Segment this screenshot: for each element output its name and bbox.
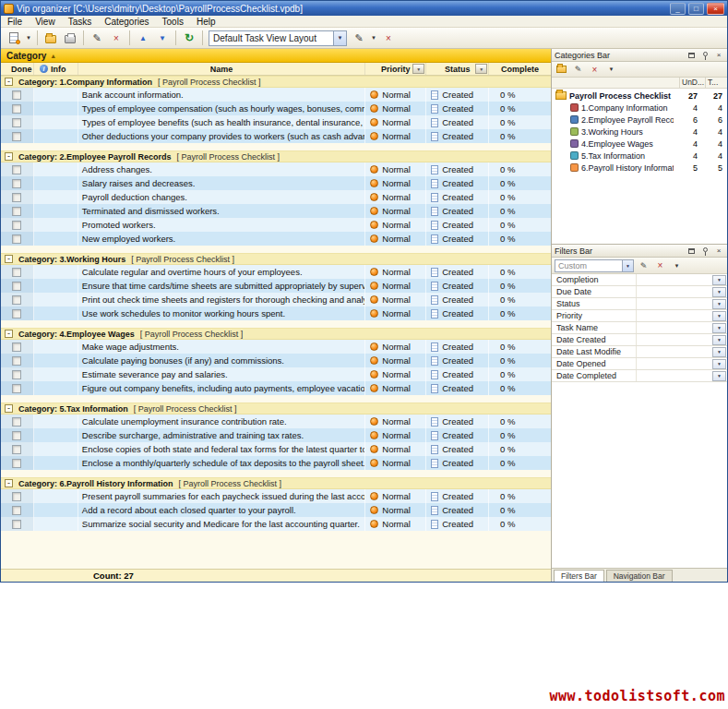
task-name[interactable]: Add a record about each closed quarter t… — [78, 503, 365, 517]
task-name[interactable]: Make wage adjustments. — [78, 340, 365, 354]
priority-filter-button[interactable]: ▼ — [412, 64, 424, 74]
task-name[interactable]: Present payroll summaries for each paych… — [78, 489, 365, 503]
done-checkbox[interactable] — [12, 179, 21, 188]
done-checkbox[interactable] — [12, 221, 21, 230]
print-button[interactable] — [61, 30, 79, 47]
tree-total-column[interactable]: T... — [705, 78, 727, 88]
task-name[interactable]: Enclose copies of both state and federal… — [78, 442, 365, 456]
filter-dropdown-button[interactable]: ▼ — [712, 287, 726, 297]
move-down-button[interactable]: ▼ — [153, 30, 172, 47]
task-name[interactable]: New employed workers. — [78, 232, 365, 246]
done-checkbox[interactable] — [12, 165, 21, 174]
done-checkbox[interactable] — [12, 342, 21, 352]
task-name[interactable]: Enclose a monthly/quarterly schedule of … — [78, 456, 365, 470]
task-name[interactable]: Ensure that time cards/time sheets are s… — [78, 279, 365, 293]
filter-dropdown-button[interactable]: ▼ — [712, 299, 726, 309]
edit-filter-button[interactable]: ✎ — [637, 259, 650, 272]
layout-dropdown[interactable]: ▼ — [369, 30, 378, 47]
done-checkbox[interactable] — [12, 445, 21, 454]
task-row[interactable]: Salary raises and decreases. Normal Crea… — [1, 176, 551, 190]
pin-icon[interactable] — [699, 246, 710, 256]
done-checkbox[interactable] — [12, 268, 21, 277]
task-row[interactable]: Add a record about each closed quarter t… — [1, 503, 551, 517]
close-panel-icon[interactable]: × — [713, 246, 724, 256]
task-row[interactable]: Describe surcharge, administrative and t… — [1, 428, 551, 442]
clear-filter-button[interactable]: × — [653, 259, 667, 272]
group-header[interactable]: - Category: 5.Tax Information [ Payroll … — [1, 403, 551, 415]
done-checkbox[interactable] — [12, 431, 21, 440]
edit-task-button[interactable]: ✎ — [88, 30, 106, 47]
tree-category-item[interactable]: 2.Employee Payroll Records 6 6 — [552, 114, 727, 126]
refresh-button[interactable]: ↻ — [180, 30, 198, 47]
task-row[interactable]: Calculate unemployment insurance contrib… — [1, 415, 551, 428]
pin-icon[interactable] — [699, 50, 710, 60]
task-name[interactable]: Payroll deduction changes. — [78, 190, 365, 204]
undock-icon[interactable] — [686, 246, 697, 256]
panel-tab[interactable]: Filters Bar — [554, 570, 604, 582]
group-header[interactable]: - Category: 4.Employee Wages [ Payroll P… — [1, 328, 551, 340]
new-task-dropdown[interactable]: ▼ — [24, 30, 33, 47]
task-row[interactable]: Types of employee compensation (such as … — [1, 102, 551, 115]
column-header-done[interactable]: Done — [1, 63, 34, 75]
column-header-name[interactable]: Name — [78, 63, 365, 75]
task-name[interactable]: Summarize social security and Medicare f… — [78, 517, 365, 531]
collapse-icon[interactable]: - — [5, 255, 13, 263]
filter-dropdown-button[interactable]: ▼ — [712, 359, 726, 369]
close-panel-icon[interactable]: × — [713, 50, 724, 60]
done-checkbox[interactable] — [12, 506, 21, 515]
collapse-icon[interactable]: - — [5, 78, 13, 86]
close-button[interactable]: × — [707, 3, 724, 15]
tree-category-item[interactable]: 4.Employee Wages 4 4 — [552, 138, 727, 150]
done-checkbox[interactable] — [12, 282, 21, 291]
filters-more-dropdown[interactable]: ▼ — [670, 259, 684, 272]
minimize-button[interactable]: _ — [670, 3, 686, 15]
task-row[interactable]: Types of employee benefits (such as heal… — [1, 115, 551, 129]
task-row[interactable]: Figure out company benefits, including a… — [1, 381, 551, 395]
task-row[interactable]: Make wage adjustments. Normal Created 0 … — [1, 340, 551, 354]
task-row[interactable]: Present payroll summaries for each paych… — [1, 489, 551, 503]
remove-layout-button[interactable]: × — [379, 30, 398, 47]
categories-more-dropdown[interactable]: ▼ — [604, 63, 618, 76]
task-row[interactable]: Estimate severance pay and salaries. Nor… — [1, 367, 551, 381]
task-name[interactable]: Print out check time sheets and register… — [78, 293, 365, 306]
done-checkbox[interactable] — [12, 104, 21, 114]
menu-item[interactable]: Tasks — [62, 16, 99, 27]
done-checkbox[interactable] — [12, 90, 21, 100]
layout-combo[interactable]: Default Task View Layout ▼ — [209, 30, 347, 46]
filter-dropdown-button[interactable]: ▼ — [712, 347, 726, 357]
task-row[interactable]: Print out check time sheets and register… — [1, 293, 551, 306]
task-row[interactable]: Bank account information. Normal Created… — [1, 88, 551, 102]
task-row[interactable]: Enclose copies of both state and federal… — [1, 442, 551, 456]
combo-arrow-icon[interactable]: ▼ — [622, 260, 633, 271]
title-bar[interactable]: Vip organizer [C:\Users\dmitry\Desktop\P… — [1, 1, 727, 16]
task-row[interactable]: Calculate paying bonuses (if any) and co… — [1, 354, 551, 367]
task-row[interactable]: Ensure that time cards/time sheets are s… — [1, 279, 551, 293]
done-checkbox[interactable] — [12, 309, 21, 318]
tree-undone-column[interactable]: UnD... — [679, 78, 705, 88]
task-name[interactable]: Use work schedules to monitor working ho… — [78, 306, 365, 320]
column-header-status[interactable]: Status ▼ — [426, 63, 489, 75]
task-name[interactable]: Calculate regular and overtime hours of … — [78, 265, 365, 279]
task-name[interactable]: Other deductions your company provides t… — [78, 129, 365, 143]
done-checkbox[interactable] — [12, 356, 21, 366]
tree-category-item[interactable]: 5.Tax Information 4 4 — [552, 150, 727, 162]
task-name[interactable]: Bank account information. — [78, 88, 365, 102]
edit-category-button[interactable]: ✎ — [571, 63, 585, 76]
open-button[interactable] — [42, 30, 60, 47]
task-name[interactable]: Figure out company benefits, including a… — [78, 381, 365, 395]
task-name[interactable]: Salary raises and decreases. — [78, 176, 365, 190]
task-row[interactable]: Summarize social security and Medicare f… — [1, 517, 551, 531]
task-name[interactable]: Calculate paying bonuses (if any) and co… — [78, 354, 365, 367]
done-checkbox[interactable] — [12, 193, 21, 202]
filter-dropdown-button[interactable]: ▼ — [712, 275, 726, 285]
menu-item[interactable]: View — [29, 16, 62, 27]
task-row[interactable]: Enclose a monthly/quarterly schedule of … — [1, 456, 551, 470]
column-header-info[interactable]: i Info — [34, 63, 78, 75]
delete-category-button[interactable]: × — [588, 63, 602, 76]
done-checkbox[interactable] — [12, 370, 21, 379]
collapse-icon[interactable]: - — [5, 404, 13, 413]
group-header[interactable]: - Category: 1.Company Information [ Payr… — [1, 76, 551, 88]
task-row[interactable]: Terminated and dismissed workers. Normal… — [1, 204, 551, 218]
filter-preset-combo[interactable]: Custom ▼ — [555, 259, 634, 272]
done-checkbox[interactable] — [12, 520, 21, 529]
